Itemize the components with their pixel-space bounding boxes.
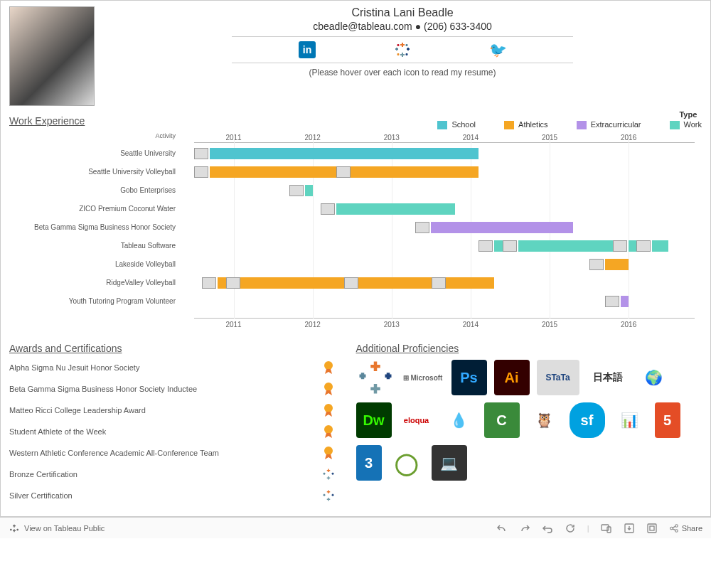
proficiency-icon[interactable]: eloqua — [399, 402, 434, 438]
gantt-bar[interactable] — [210, 148, 479, 159]
header: Cristina Lani Beadle cbeadle@tableau.com… — [9, 6, 702, 110]
work-experience-heading: Work Experience — [9, 115, 194, 127]
proficiency-icon[interactable]: 日本語 — [587, 360, 629, 395]
activity-logo-icon[interactable] — [479, 240, 493, 252]
svg-point-10 — [670, 527, 673, 530]
view-on-public-button[interactable]: View on Tableau Public — [9, 523, 105, 534]
view-on-public-label: View on Tableau Public — [24, 524, 105, 533]
contact-line: cbeadle@tableau.com ● (206) 633-3400 — [103, 21, 702, 32]
activity-label: Tableau Software — [0, 242, 176, 250]
gantt-bar[interactable] — [518, 240, 621, 252]
share-button[interactable]: Share — [669, 523, 702, 533]
proficiency-icon[interactable]: ◯ — [389, 445, 424, 481]
proficiency-icon[interactable]: 5 — [655, 402, 680, 438]
activity-logo-icon[interactable] — [202, 277, 216, 289]
proficiency-icon[interactable]: 💧 — [442, 402, 477, 438]
tableau-icon[interactable] — [394, 41, 411, 58]
axis-header: Activity — [155, 132, 176, 139]
twitter-icon[interactable]: 🐦 — [489, 41, 506, 58]
proficiency-icon[interactable]: C — [484, 402, 520, 438]
proficiencies-heading: Additional Proficiencies — [356, 343, 702, 354]
gantt-bar[interactable] — [652, 240, 668, 252]
gantt-bar[interactable] — [352, 166, 479, 178]
activity-logo-icon[interactable] — [636, 240, 651, 252]
activity-logo-icon[interactable] — [589, 259, 604, 270]
device-icon[interactable] — [601, 523, 612, 534]
redo-icon[interactable] — [519, 523, 530, 534]
medal-icon — [322, 402, 335, 418]
undo-icon[interactable] — [496, 523, 508, 534]
gantt-bar[interactable] — [305, 185, 313, 196]
activity-logo-icon[interactable] — [415, 222, 429, 233]
gantt-bar[interactable] — [431, 222, 573, 233]
medal-icon — [322, 360, 335, 375]
activity-logo-icon[interactable] — [321, 203, 335, 215]
linkedin-icon[interactable]: in — [299, 41, 316, 58]
svg-point-4 — [324, 447, 333, 455]
gantt-bar[interactable] — [605, 259, 629, 270]
legend-item-athletics[interactable]: Athletics — [504, 120, 548, 129]
activity-logo-icon[interactable] — [194, 166, 208, 178]
activity-label: Beta Gamma Sigma Business Honor Society — [0, 223, 176, 231]
legend-item-extracurricular[interactable]: Extracurricular — [577, 120, 641, 129]
activity-logo-icon[interactable] — [432, 277, 446, 289]
person-name: Cristina Lani Beadle — [103, 6, 702, 19]
tableau-toolbar: View on Tableau Public | Share — [0, 517, 711, 538]
proficiency-icon[interactable]: 3 — [356, 445, 382, 481]
activity-logo-icon[interactable] — [613, 240, 627, 252]
proficiency-icon[interactable]: 💻 — [432, 445, 467, 481]
gantt-bar[interactable] — [336, 203, 455, 215]
proficiency-icon[interactable]: 📊 — [612, 402, 648, 438]
legend-item-school[interactable]: School — [437, 120, 476, 129]
fullscreen-icon[interactable] — [646, 523, 658, 534]
award-row[interactable]: Silver Certification — [9, 488, 342, 503]
proficiency-icon[interactable] — [356, 360, 395, 395]
activity-logo-icon[interactable] — [289, 185, 304, 196]
download-icon[interactable] — [624, 523, 635, 534]
refresh-icon[interactable] — [565, 523, 576, 534]
title-block: Cristina Lani Beadle cbeadle@tableau.com… — [103, 6, 702, 77]
proficiency-icon[interactable]: STaTa — [537, 360, 579, 395]
award-row[interactable]: Alpha Sigma Nu Jesuit Honor Society — [9, 360, 342, 375]
svg-point-12 — [675, 529, 678, 532]
svg-point-11 — [675, 524, 678, 527]
activity-label: Seattle University — [0, 149, 176, 157]
gantt-chart[interactable]: Activity 2011201120122012201320132014201… — [9, 134, 702, 333]
activity-logo-icon[interactable] — [336, 166, 351, 178]
legend-item-work[interactable]: Work — [670, 120, 702, 129]
social-row: in 🐦 — [103, 41, 702, 58]
gantt-bar[interactable] — [621, 296, 629, 307]
proficiencies-section: Additional Proficiencies ⊞ MicrosoftPsAi… — [356, 340, 702, 509]
medal-icon — [322, 424, 335, 439]
proficiency-icon[interactable]: Ps — [451, 360, 487, 395]
activity-logo-icon[interactable] — [344, 277, 358, 289]
award-label: Beta Gamma Sigma Business Honor Society … — [9, 385, 322, 393]
activity-logo-icon[interactable] — [503, 240, 517, 252]
proficiency-icon[interactable]: 🦉 — [527, 402, 562, 438]
email: cbeadle@tableau.com — [313, 21, 412, 32]
gantt-bar[interactable] — [447, 277, 495, 289]
proficiency-icon[interactable]: Dw — [356, 402, 392, 438]
hover-hint: (Please hover over each icon to read my … — [103, 68, 702, 77]
award-row[interactable]: Student Athlete of the Week — [9, 424, 342, 439]
gantt-bar[interactable] — [210, 166, 352, 178]
revert-icon[interactable] — [542, 523, 553, 534]
activity-logo-icon[interactable] — [605, 296, 619, 307]
activity-label: Youth Tutoring Program Volunteer — [0, 297, 176, 305]
activity-label: Seattle University Volleyball — [0, 168, 176, 176]
proficiency-icon[interactable]: 🌍 — [636, 360, 672, 395]
proficiency-icon[interactable]: sf — [570, 402, 605, 438]
proficiency-icon[interactable]: ⊞ Microsoft — [402, 360, 444, 395]
gantt-bar[interactable] — [242, 277, 360, 289]
award-row[interactable]: Matteo Ricci College Leadership Award — [9, 402, 342, 418]
type-legend: Type School Athletics Extracurricular Wo… — [437, 110, 702, 129]
award-label: Silver Certification — [9, 491, 322, 500]
award-row[interactable]: Beta Gamma Sigma Business Honor Society … — [9, 381, 342, 397]
activity-logo-icon[interactable] — [226, 277, 240, 289]
awards-heading: Awards and Certifications — [9, 343, 342, 354]
award-row[interactable]: Bronze Certification — [9, 466, 342, 482]
svg-point-0 — [324, 361, 333, 370]
award-row[interactable]: Western Athletic Conference Academic All… — [9, 445, 342, 461]
activity-logo-icon[interactable] — [194, 148, 208, 159]
proficiency-icon[interactable]: Ai — [494, 360, 530, 395]
